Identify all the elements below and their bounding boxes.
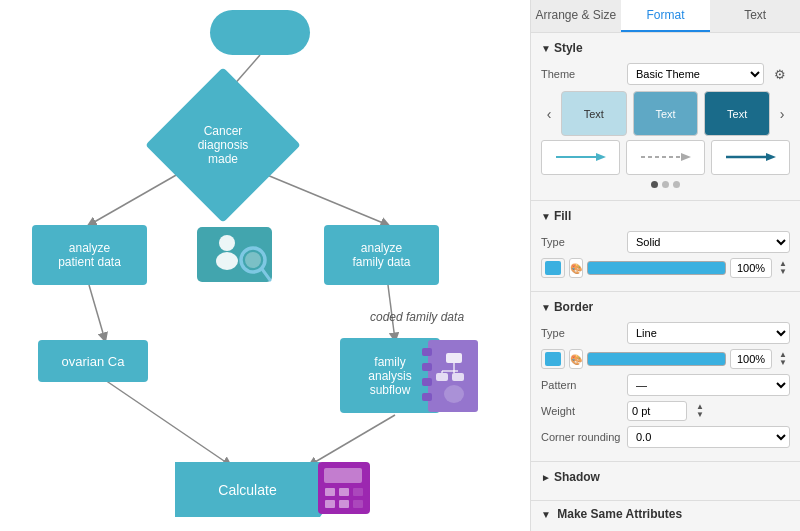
dot-indicators [541,181,790,188]
style-collapse-arrow: ▼ [541,43,551,54]
svg-rect-35 [353,500,363,508]
gear-button[interactable]: ⚙ [770,64,790,84]
svg-marker-39 [681,153,691,161]
border-pattern-row: Pattern — [541,374,790,396]
svg-rect-17 [422,378,432,386]
svg-rect-29 [324,468,362,483]
svg-rect-31 [339,488,349,496]
calculator-icon [318,462,373,517]
style-nav-left[interactable]: ‹ [541,106,557,122]
svg-rect-15 [422,348,432,356]
style-nav-right[interactable]: › [774,106,790,122]
corner-rounding-label: Corner rounding [541,431,621,443]
make-same-text-format[interactable]: T Text Format [669,527,722,531]
border-type-row: Type Line [541,322,790,344]
right-panel: Arrange & Size Format Text ▼ Style Theme… [530,0,800,531]
style-tile-0[interactable]: Text [561,91,627,136]
make-same-all[interactable]: ALL All [752,527,780,531]
svg-rect-30 [325,488,335,496]
fill-type-label: Type [541,236,621,248]
svg-rect-21 [452,373,464,381]
svg-rect-18 [422,393,432,401]
cancer-diamond-container[interactable]: Cancer diagnosis made [168,90,278,200]
coded-family-label: coded family data [370,310,464,324]
cancer-label: Cancer diagnosis made [168,90,278,200]
fill-color-bar[interactable] [587,261,726,275]
fill-section-header[interactable]: ▼ Fill [541,209,790,223]
border-opacity-stepper[interactable]: ▲ ▼ [776,351,790,367]
fill-opacity-stepper[interactable]: ▲ ▼ [776,260,790,276]
svg-line-3 [89,285,105,340]
border-color-row: 🎨 100% ▲ ▼ [541,349,790,369]
style-tile-1[interactable]: Text [633,91,699,136]
svg-marker-37 [596,153,606,161]
border-section-header[interactable]: ▼ Border [541,300,790,314]
border-swatch-preview [545,352,561,366]
fill-type-select[interactable]: Solid [627,231,790,253]
shadow-section-header[interactable]: ► Shadow [541,470,790,484]
border-color-swatch[interactable] [541,349,565,369]
svg-point-12 [245,252,261,268]
border-type-label: Type [541,327,621,339]
style-tiles: Text Text Text [561,91,770,136]
arrow-tiles [541,140,790,175]
make-same-header: ▼ Make Same Attributes [541,507,790,521]
make-same-border[interactable]: Border [609,527,639,531]
corner-rounding-select[interactable]: 0.0 [627,426,790,448]
image-node[interactable] [195,225,280,290]
make-same-border-icon [610,527,638,531]
style-tiles-nav: ‹ Text Text Text › [541,91,790,136]
person-magnify-icon [195,225,280,290]
start-node[interactable] [210,10,310,55]
ovarian-node[interactable]: ovarian Ca [38,340,148,382]
arrow-tile-0[interactable] [541,140,620,175]
make-same-icons: Fill Border T Text Format ALL All [541,527,790,531]
svg-rect-32 [353,488,363,496]
dot-1 [662,181,669,188]
analyze-family-node[interactable]: analyze family data [324,225,439,285]
border-weight-down[interactable]: ▼ [693,411,707,419]
border-weight-input[interactable] [627,401,687,421]
border-section: ▼ Border Type Line 🎨 100% ▲ ▼ Pattern [531,292,800,462]
fill-color-swatch[interactable] [541,258,565,278]
make-same-fill-icon [551,527,579,531]
border-pattern-select[interactable]: — [627,374,790,396]
svg-rect-20 [436,373,448,381]
analyze-patient-node[interactable]: analyze patient data [32,225,147,285]
arrow-tile-1[interactable] [626,140,705,175]
tab-format[interactable]: Format [621,0,711,32]
shadow-section: ► Shadow [531,462,800,501]
shadow-collapse-arrow: ► [541,472,551,483]
border-color-picker-btn[interactable]: 🎨 [569,349,583,369]
border-weight-stepper[interactable]: ▲ ▼ [693,403,707,419]
make-same-all-icon: ALL [752,527,780,531]
svg-line-5 [105,380,230,465]
svg-rect-16 [422,363,432,371]
notebook-icon [418,338,483,418]
theme-dropdown[interactable]: Basic Theme [627,63,764,85]
arrow-tile-2[interactable] [711,140,790,175]
style-section-header[interactable]: ▼ Style [541,41,790,55]
style-section: ▼ Style Theme Basic Theme ⚙ ‹ Text Text … [531,33,800,201]
svg-point-10 [216,252,238,270]
fill-color-row: 🎨 100% ▲ ▼ [541,258,790,278]
border-opacity-down[interactable]: ▼ [776,359,790,367]
make-same-section: ▼ Make Same Attributes Fill Border T Te [531,501,800,531]
border-color-bar[interactable] [587,352,726,366]
border-type-select[interactable]: Line [627,322,790,344]
border-weight-row: Weight ▲ ▼ [541,401,790,421]
tab-text[interactable]: Text [710,0,800,32]
fill-section: ▼ Fill Type Solid 🎨 100% ▲ ▼ [531,201,800,292]
panel-tabs: Arrange & Size Format Text [531,0,800,33]
make-same-fill[interactable]: Fill [551,527,579,531]
theme-row: Theme Basic Theme ⚙ [541,63,790,85]
style-tile-2[interactable]: Text [704,91,770,136]
dot-0 [651,181,658,188]
canvas-area[interactable]: Cancer diagnosis made analyze patient da… [0,0,530,531]
fill-opacity: 100% [730,258,772,278]
fill-color-picker-btn[interactable]: 🎨 [569,258,583,278]
calculate-node[interactable]: Calculate [175,462,340,517]
fill-opacity-down[interactable]: ▼ [776,268,790,276]
svg-point-9 [219,235,235,251]
tab-arrange-size[interactable]: Arrange & Size [531,0,621,32]
